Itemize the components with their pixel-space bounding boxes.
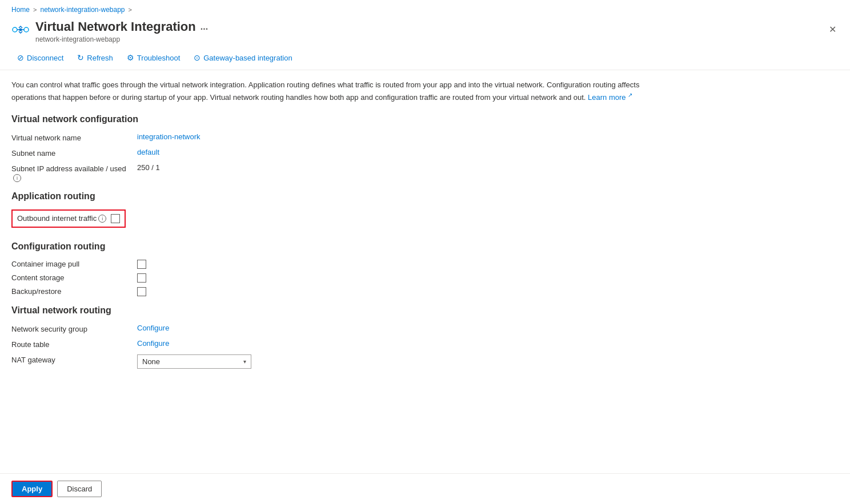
breadcrumb: Home > network-integration-webapp >: [0, 0, 850, 17]
refresh-button[interactable]: ↻ Refresh: [71, 50, 119, 65]
field-row-nsg: Network security group Configure: [11, 324, 839, 333]
page-header-text: Virtual Network Integration ... network-…: [35, 19, 839, 43]
subnet-ip-info-icon[interactable]: i: [13, 174, 21, 182]
field-row-nat-gateway: NAT gateway None ▾: [11, 354, 839, 369]
field-value-subnet-name: default: [137, 148, 159, 156]
field-label-subnet-name: Subnet name: [11, 148, 137, 158]
content-storage-checkbox[interactable]: [137, 273, 146, 283]
field-label-nsg: Network security group: [11, 324, 137, 333]
container-image-checkbox-container: [137, 260, 146, 269]
config-routing-section: Configuration routing Container image pu…: [11, 241, 839, 296]
refresh-icon: ↻: [77, 53, 84, 62]
page-title: Virtual Network Integration ...: [35, 19, 839, 34]
external-link-icon: ↗: [628, 92, 632, 98]
svg-point-1: [24, 27, 29, 32]
field-value-nsg: Configure: [137, 324, 169, 332]
vnet-config-section: Virtual network configuration Virtual ne…: [11, 114, 839, 182]
field-value-nat-gateway: None ▾: [137, 354, 251, 369]
backup-restore-label: Backup/restore: [11, 287, 137, 296]
field-value-vnet-name: integration-network: [137, 132, 201, 141]
gateway-integration-button[interactable]: ⊙ Gateway-based integration: [188, 50, 298, 65]
backup-restore-checkbox-container: [137, 287, 146, 296]
field-label-subnet-ip: Subnet IP address available / used i: [11, 163, 137, 182]
breadcrumb-home[interactable]: Home: [11, 6, 30, 14]
vnet-routing-section: Virtual network routing Network security…: [11, 305, 839, 369]
field-label-nat-gateway: NAT gateway: [11, 354, 137, 364]
field-row-route-table: Route table Configure: [11, 339, 839, 349]
container-image-checkbox[interactable]: [137, 260, 146, 269]
toolbar: ⊘ Disconnect ↻ Refresh ⚙ Troubleshoot ⊙ …: [0, 48, 850, 70]
config-routing-title: Configuration routing: [11, 241, 839, 252]
outbound-traffic-info-icon[interactable]: i: [98, 215, 106, 223]
learn-more-link[interactable]: Learn more ↗: [588, 93, 632, 102]
content-storage-label: Content storage: [11, 273, 137, 282]
field-row-subnet-name: Subnet name default: [11, 148, 839, 158]
vnet-name-link[interactable]: integration-network: [137, 132, 201, 141]
content-storage-row: Content storage: [11, 273, 839, 283]
gateway-icon: ⊙: [194, 53, 201, 62]
disconnect-icon: ⊘: [17, 53, 24, 62]
nat-gateway-dropdown[interactable]: None ▾: [137, 354, 251, 369]
apply-button[interactable]: Apply: [11, 481, 53, 497]
subnet-name-link[interactable]: default: [137, 148, 159, 156]
nat-gateway-dropdown-text: None: [142, 357, 160, 366]
description-text: You can control what traffic goes throug…: [11, 79, 640, 103]
vnet-config-title: Virtual network configuration: [11, 114, 839, 124]
page-container: Home > network-integration-webapp > Virt…: [0, 0, 850, 504]
field-label-vnet-name: Virtual network name: [11, 132, 137, 142]
field-value-subnet-ip: 250 / 1: [137, 163, 160, 172]
app-routing-title: Application routing: [11, 191, 839, 201]
content-storage-checkbox-container: [137, 273, 146, 283]
svg-point-3: [19, 29, 22, 31]
outbound-traffic-label: Outbound internet traffic i: [17, 214, 106, 223]
footer: Apply Discard: [0, 473, 850, 504]
field-label-route-table: Route table: [11, 339, 137, 349]
field-row-vnet-name: Virtual network name integration-network: [11, 132, 839, 142]
more-options-icon[interactable]: ...: [201, 22, 208, 32]
svg-point-0: [13, 27, 17, 32]
main-content: You can control what traffic goes throug…: [0, 70, 850, 473]
outbound-traffic-checkbox-container: [111, 214, 120, 223]
backup-restore-checkbox[interactable]: [137, 287, 146, 296]
breadcrumb-sep1: >: [33, 6, 37, 13]
vnet-integration-icon: [11, 21, 30, 39]
page-header: Virtual Network Integration ... network-…: [0, 17, 850, 48]
outbound-traffic-checkbox[interactable]: [111, 214, 120, 223]
troubleshoot-button[interactable]: ⚙ Troubleshoot: [121, 50, 186, 65]
page-subtitle: network-integration-webapp: [35, 35, 839, 43]
chevron-down-icon: ▾: [243, 358, 246, 365]
container-image-label: Container image pull: [11, 260, 137, 268]
vnet-routing-title: Virtual network routing: [11, 305, 839, 316]
breadcrumb-sep2: >: [129, 6, 132, 13]
field-row-subnet-ip: Subnet IP address available / used i 250…: [11, 163, 839, 182]
close-button[interactable]: ✕: [827, 22, 839, 37]
breadcrumb-app[interactable]: network-integration-webapp: [40, 6, 125, 14]
discard-button[interactable]: Discard: [57, 481, 102, 497]
backup-restore-row: Backup/restore: [11, 287, 839, 296]
nsg-configure-link[interactable]: Configure: [137, 324, 169, 332]
field-value-route-table: Configure: [137, 339, 169, 348]
container-image-row: Container image pull: [11, 260, 839, 269]
outbound-traffic-highlight-box: Outbound internet traffic i: [11, 209, 126, 228]
route-table-configure-link[interactable]: Configure: [137, 339, 169, 348]
disconnect-button[interactable]: ⊘ Disconnect: [11, 50, 69, 65]
troubleshoot-icon: ⚙: [127, 53, 134, 62]
app-routing-section: Application routing Outbound internet tr…: [11, 191, 839, 232]
